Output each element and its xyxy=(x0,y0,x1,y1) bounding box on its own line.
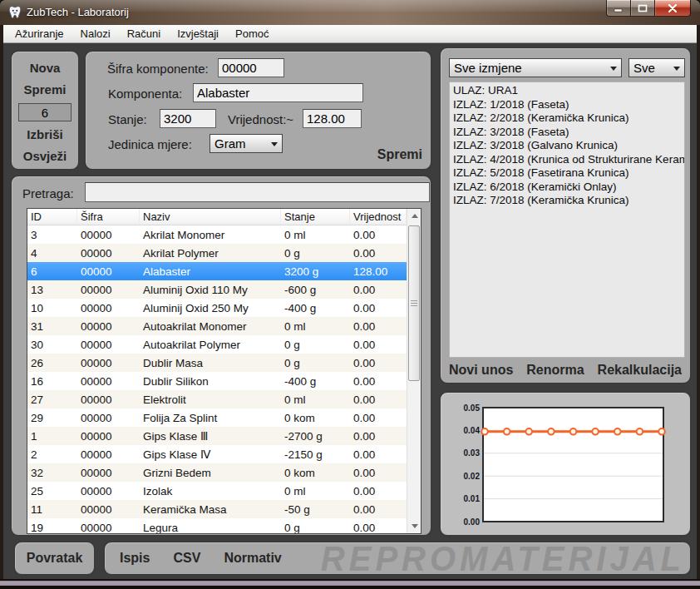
table-row[interactable]: 200000Gips Klase Ⅳ-2150 g0.00 xyxy=(27,445,407,463)
history-list-item[interactable]: IZLAZ: 3/2018 (Galvano Krunica) xyxy=(450,139,684,153)
vrijednost-input[interactable] xyxy=(303,109,362,128)
app-window: ZubTech - Laboratorij AžuriranjeNaloziRa… xyxy=(0,0,700,589)
history-list-item[interactable]: IZLAZ: 5/2018 (Fasetirana Krunica) xyxy=(450,166,684,181)
scrollbar-thumb[interactable] xyxy=(408,225,420,381)
cell-stanje: 3200 g xyxy=(281,265,350,278)
table-row[interactable]: 3000000Autoakrilat Polymer0 g0.00 xyxy=(27,335,407,354)
cell-id: 1 xyxy=(27,430,77,443)
tooth-app-icon xyxy=(7,5,22,20)
history-list-item[interactable]: IZLAZ: 7/2018 (Keramička Krunica) xyxy=(450,194,684,208)
table-row[interactable]: 600000Alabaster3200 g128.00 xyxy=(27,262,407,280)
cell-naziv: Alabaster xyxy=(140,265,281,278)
column-header-stanje[interactable]: Stanje xyxy=(281,209,350,225)
column-header-sifra[interactable]: Šifra xyxy=(77,209,140,225)
history-panel: Sve izmjene Sve ULAZ: URA1IZLAZ: 1/2018 … xyxy=(439,47,692,384)
cell-sifra: 00000 xyxy=(77,430,140,443)
normativ-button[interactable]: Normativ xyxy=(224,551,281,566)
cell-id: 31 xyxy=(27,320,77,333)
rekalkulacija-button[interactable]: Rekalkulacija xyxy=(598,363,682,378)
menu-item-pomoc[interactable]: Pomoć xyxy=(227,26,277,42)
menu-item-azuriranje[interactable]: Ažuriranje xyxy=(7,26,72,42)
izbrisi-button[interactable]: Izbriši xyxy=(27,126,62,143)
jedinica-value: Gram xyxy=(214,136,246,151)
table-row[interactable]: 1300000Aluminij Oxid 110 My-600 g0.00 xyxy=(27,280,407,299)
history-list-item[interactable]: IZLAZ: 3/2018 (Faseta) xyxy=(450,126,684,140)
svg-text:0.03: 0.03 xyxy=(464,448,481,458)
cell-naziv: Gips Klase Ⅲ xyxy=(140,429,281,443)
table-row[interactable]: 2500000Izolak0 ml0.00 xyxy=(27,482,407,500)
menu-item-racuni[interactable]: Računi xyxy=(119,26,169,42)
menu-item-nalozi[interactable]: Nalozi xyxy=(72,26,119,42)
table-row[interactable]: 300000Akrilat Monomer0 ml0.00 xyxy=(27,225,407,244)
cell-sifra: 00000 xyxy=(77,412,140,424)
minimize-button[interactable] xyxy=(606,0,631,17)
novi-unos-button[interactable]: Novi unos xyxy=(449,363,513,378)
changes-filter-dropdown[interactable]: Sve izmjene xyxy=(449,58,622,77)
history-list-item[interactable]: IZLAZ: 4/2018 (Krunica od Strukturirane … xyxy=(450,153,684,167)
history-list-item[interactable]: ULAZ: URA1 xyxy=(450,84,684,98)
history-listbox[interactable]: ULAZ: URA1IZLAZ: 1/2018 (Faseta)IZLAZ: 2… xyxy=(449,82,685,358)
form-spremi-button[interactable]: Spremi xyxy=(377,147,422,162)
scroll-up-button[interactable] xyxy=(407,209,421,223)
cell-stanje: -400 g xyxy=(281,302,350,314)
maximize-icon xyxy=(638,1,648,16)
menu-item-izvjestaji[interactable]: Izvještaji xyxy=(169,26,227,42)
table-row[interactable]: 2600000Dublir Masa0 g0.00 xyxy=(27,354,407,372)
cell-id: 30 xyxy=(27,339,77,351)
record-id-field[interactable] xyxy=(18,103,71,121)
table-scrollbar[interactable] xyxy=(407,209,421,533)
sifra-input[interactable] xyxy=(218,58,284,77)
table-row[interactable]: 2700000Elektrolit0 ml0.00 xyxy=(27,390,407,408)
cell-naziv: Legura xyxy=(140,522,281,534)
cell-stanje: -2150 g xyxy=(281,448,350,461)
cell-vrijednost: 0.00 xyxy=(350,247,407,260)
scroll-down-button[interactable] xyxy=(407,519,421,533)
column-header-vrijednost[interactable]: Vrijednost xyxy=(350,209,407,225)
history-list-item[interactable]: IZLAZ: 1/2018 (Faseta) xyxy=(450,98,684,112)
column-header-id[interactable]: ID xyxy=(27,209,77,225)
value-history-chart: 0.000.010.020.030.040.05 xyxy=(441,393,690,535)
osvjezi-button[interactable]: Osvježi xyxy=(23,148,67,165)
cell-vrijednost: 128.00 xyxy=(350,265,407,278)
cell-vrijednost: 0.00 xyxy=(350,284,407,296)
footer-actions-panel: IspisCSVNormativREPROMATERIJAL xyxy=(103,541,692,576)
cell-stanje: 0 ml xyxy=(281,229,350,241)
title-bar[interactable]: ZubTech - Laboratorij xyxy=(0,0,700,25)
cell-id: 3 xyxy=(27,229,77,241)
table-row[interactable]: 1600000Dublir Silikon-400 g0.00 xyxy=(27,372,407,390)
table-row[interactable]: 400000Akrilat Polymer0 g0.00 xyxy=(27,244,407,262)
maximize-button[interactable] xyxy=(631,0,654,17)
cell-id: 4 xyxy=(27,247,77,260)
chevron-down-icon xyxy=(673,67,680,71)
komponenta-input[interactable] xyxy=(193,83,363,102)
direction-filter-dropdown[interactable]: Sve xyxy=(629,58,685,77)
table-row[interactable]: 3100000Autoakrilat Monomer0 ml0.00 xyxy=(27,317,407,335)
nova-button[interactable]: Nova xyxy=(30,60,61,77)
cell-naziv: Dublir Silikon xyxy=(140,375,281,388)
renorma-button[interactable]: Renorma xyxy=(526,363,584,378)
cell-vrijednost: 0.00 xyxy=(350,229,407,241)
table-row[interactable]: 1900000Legura0 g0.00 xyxy=(27,518,407,533)
ispis-button[interactable]: Ispis xyxy=(120,551,150,566)
table-row[interactable]: 1100000Keramička Masa-50 g0.00 xyxy=(27,500,407,518)
jedinica-dropdown[interactable]: Gram xyxy=(210,134,283,153)
close-button[interactable] xyxy=(654,0,691,17)
cell-stanje: -400 g xyxy=(281,375,350,388)
table-row[interactable]: 2900000Folija Za Splint0 kom0.00 xyxy=(27,408,407,427)
cell-id: 32 xyxy=(27,467,77,479)
column-header-naziv[interactable]: Naziv xyxy=(140,209,281,225)
table-row[interactable]: 1000000Aluminij Oxid 250 My-400 g0.00 xyxy=(27,299,407,317)
cell-vrijednost: 0.00 xyxy=(350,412,407,424)
povratak-button[interactable]: Povratak xyxy=(27,551,83,566)
history-list-item[interactable]: IZLAZ: 6/2018 (Keramički Onlay) xyxy=(450,181,684,195)
stanje-input[interactable] xyxy=(160,109,216,128)
cell-vrijednost: 0.00 xyxy=(350,467,407,479)
spremi-button[interactable]: Spremi xyxy=(24,82,67,98)
history-list-item[interactable]: IZLAZ: 2/2018 (Keramička Krunica) xyxy=(450,111,684,126)
search-input[interactable] xyxy=(85,182,430,202)
menu-bar: AžuriranjeNaloziRačuniIzvještajiPomoć xyxy=(3,25,697,43)
table-row[interactable]: 100000Gips Klase Ⅲ-2700 g0.00 xyxy=(27,427,407,445)
table-row[interactable]: 3200000Grizni Bedem0 kom0.00 xyxy=(27,463,407,482)
csv-button[interactable]: CSV xyxy=(173,551,200,566)
cell-vrijednost: 0.00 xyxy=(350,393,407,406)
